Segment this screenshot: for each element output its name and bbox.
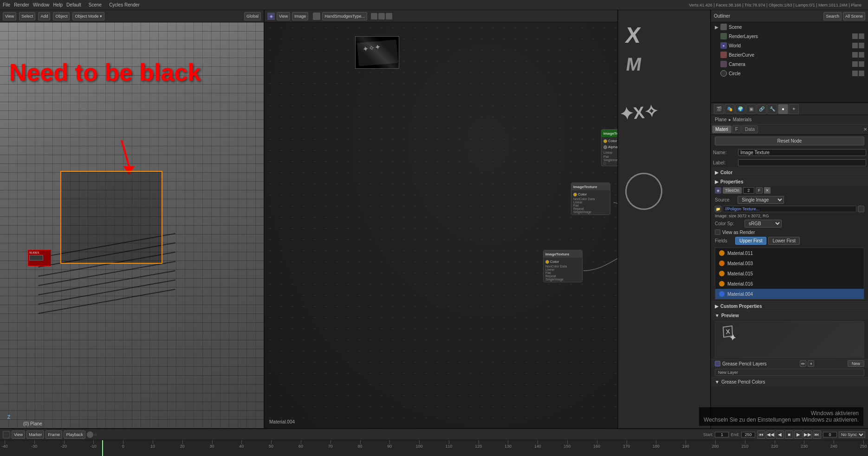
tl-stop-btn[interactable]: ■ [785,430,793,439]
tl-frame-btn[interactable]: Frame [45,430,62,439]
material-dot-4 [719,291,725,297]
reset-node-btn[interactable]: Reset Node [715,137,864,145]
label-input[interactable] [738,159,866,166]
ruler-label: 10 [150,444,155,449]
view-as-render-label: View as Render [722,230,755,235]
viewport-view-btn[interactable]: View [3,12,16,20]
gp-colors-header[interactable]: ▼ Grease Pencil Colors [711,377,868,386]
timeline-ruler[interactable]: -40-30-20-100102030405060708090100110120… [0,440,868,456]
ruler-tick [301,440,301,444]
viewport-global-btn[interactable]: Global [244,12,261,20]
outliner-bezier[interactable]: BezierCurve [711,50,868,59]
tl-current-frame[interactable] [823,432,837,437]
props-tab-particles[interactable]: ✦ [789,104,799,114]
menu-item-help[interactable]: Help [53,2,63,7]
color-section-header[interactable]: ▶ Color [711,168,868,177]
material-item-2[interactable]: Material.015 [715,268,864,279]
menu-item-file[interactable]: File [3,2,10,7]
outliner-scene[interactable]: ▶ Scene [711,22,868,32]
preview-header[interactable]: ▼ Preview [711,311,868,320]
ruler-label: 100 [416,444,423,449]
data-tab-f[interactable]: F [732,125,741,133]
name-input[interactable] [738,149,866,156]
ruler-tick [123,440,123,444]
tl-marker-btn[interactable]: Marker [26,430,44,439]
tl-next-key-btn[interactable]: ▶▶ [803,430,812,439]
source-dropdown[interactable]: Single Image [738,196,784,204]
object-mode-dropdown[interactable]: Object Mode ▾ [72,12,104,20]
props-tab-scene[interactable]: 🎭 [725,104,735,114]
menu-item-render[interactable]: Render [14,2,29,7]
tl-start-input[interactable] [715,432,729,437]
material-item-1[interactable]: Material.003 [715,258,864,268]
bezier-vis-icon [852,52,858,58]
tl-play-back-btn[interactable]: ◀ [776,430,784,439]
material-name-1: Material.003 [727,261,753,266]
outliner-circle[interactable]: Circle [711,69,868,78]
viewport-select-btn[interactable]: Select [19,12,35,20]
outliner-world[interactable]: ● World [711,41,868,50]
props-tab-material[interactable]: ● [778,104,788,114]
props-tab-render[interactable]: 🎬 [714,104,724,114]
material-item-0[interactable]: Material.011 [715,248,864,258]
data-tab-close[interactable]: ✕ [863,127,867,132]
tl-animate-circle[interactable] [87,431,93,438]
tl-jump-end-btn[interactable]: ⏭ [813,430,821,439]
outliner-renderlayers[interactable]: RenderLayers [711,32,868,41]
colorsp-dropdown[interactable]: sRGB [745,220,782,228]
tiles-close-btn[interactable]: ✕ [764,187,771,194]
node-image-texture-2[interactable]: ImageTexture Color NonColor Data Linear … [571,182,610,215]
viewport-object-btn[interactable]: Object [53,12,70,20]
material-item-3[interactable]: Material.016 [715,279,864,289]
tl-play-btn[interactable]: ▶ [794,430,803,439]
tiles-num-input[interactable] [743,187,754,194]
menu-item-window[interactable]: Window [33,2,50,7]
gp-new-btn[interactable]: New [848,360,864,367]
outliner-allscene-btn[interactable]: All Scene [843,12,865,20]
tl-playback-btn[interactable]: Playback [64,430,85,439]
tiles-f-btn[interactable]: F [756,187,763,194]
lower-first-btn[interactable]: Lower First [768,237,799,245]
props-tab-constraints[interactable]: 🔗 [757,104,767,114]
material-item-4[interactable]: Material.004 [715,289,864,299]
view-as-render-checkbox[interactable] [715,229,720,235]
tl-prev-key-btn[interactable]: ◀◀ [766,430,775,439]
viewport-3d-content: Need to be black SLIDES (0) Plane Z [0,22,264,428]
props-tab-object[interactable]: ▣ [746,104,756,114]
gp-new-layer-btn[interactable]: New Layer [715,369,864,376]
node-image-btn[interactable]: Image [292,12,308,20]
props-tab-world[interactable]: 🌍 [735,104,745,114]
props-tab-modifier[interactable]: 🔧 [767,104,777,114]
path-browse-btn[interactable]: 📁 [715,206,721,212]
ruler-label: 40 [239,444,244,449]
node-image-texture-3[interactable]: ImageTexture Color NonColor Data Linear … [543,250,583,282]
gp-pencil-icon[interactable]: ✏ [800,360,806,367]
outliner-search-btn[interactable]: Search [823,12,842,20]
tiles-on-btn[interactable]: TilesOn [723,187,742,194]
outliner-camera[interactable]: Camera [711,59,868,69]
windows-notice: Windows aktivieren Wechseln Sie zu den E… [699,407,863,426]
path-reload-btn[interactable] [858,206,864,212]
name-field-row: Name: [711,147,868,157]
data-tab-data[interactable]: Data [742,125,758,133]
ruler-label: 120 [475,444,482,449]
tl-sync-dropdown[interactable]: No Sync [839,431,865,438]
tl-end-input[interactable] [741,432,755,437]
ruler-tick [241,440,242,444]
annotation-arrow [111,138,139,176]
gp-layers-title: Grease Pencil Layers [722,361,767,366]
camera-render-icon [859,61,864,67]
ruler-tick [804,440,804,444]
data-tab-materi[interactable]: Materi [712,125,732,133]
path-input[interactable] [723,206,856,212]
viewport-add-btn[interactable]: Add [38,12,50,20]
colorsp-row: Color Sp: sRGB [711,219,868,228]
upper-first-btn[interactable]: Upper First [735,237,766,245]
gp-add-icon[interactable]: + [808,360,814,367]
node-view-btn[interactable]: View [277,12,290,20]
node-type-dropdown[interactable]: HandSmudgesType... [322,12,367,20]
custom-properties-header[interactable]: ▶ Custom Properties [711,301,868,311]
tl-view-btn[interactable]: View [12,430,25,439]
tl-jump-start-btn[interactable]: ⏮ [757,430,765,439]
properties-section-header[interactable]: ▶ Properties [711,177,868,186]
